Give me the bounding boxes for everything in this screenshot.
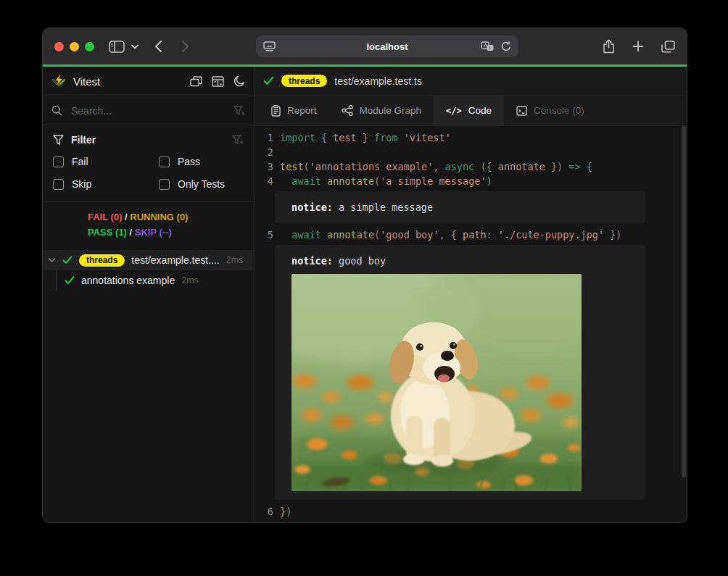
panels-icon[interactable] bbox=[190, 76, 202, 87]
chevron-down-icon[interactable] bbox=[131, 44, 138, 49]
module-graph-icon bbox=[342, 105, 353, 116]
zoom-window-button[interactable] bbox=[85, 42, 94, 51]
translate-icon[interactable]: A x bbox=[481, 41, 494, 51]
pass-count: PASS (1) bbox=[88, 227, 127, 238]
code-line: 3test('annotations example', async ({ an… bbox=[255, 159, 687, 174]
pass-check-icon bbox=[65, 276, 75, 285]
tree-guide-line bbox=[56, 270, 57, 291]
sidebar-toggle-icon[interactable] bbox=[109, 41, 125, 53]
filter-checkbox-fail[interactable]: Fail bbox=[53, 156, 159, 167]
new-tab-icon[interactable] bbox=[632, 41, 644, 52]
test-case-row[interactable]: annotations example 2ms bbox=[43, 270, 254, 291]
moon-icon[interactable] bbox=[233, 75, 245, 87]
test-file-row[interactable]: threads test/example.test.... 2ms bbox=[43, 250, 254, 270]
svg-text:A: A bbox=[484, 42, 487, 49]
traffic-lights bbox=[54, 42, 94, 51]
tab-module-graph[interactable]: Module Graph bbox=[329, 96, 434, 125]
fail-count: FAIL (0) bbox=[88, 212, 122, 222]
browser-toolbar: localhost A x bbox=[43, 28, 687, 64]
pool-badge: threads bbox=[281, 75, 327, 87]
code-line: 5 await annotate('good boy', { path: './… bbox=[255, 228, 687, 242]
annotation-notice: notice: a simple message bbox=[275, 191, 645, 223]
tab-code[interactable]: </> Code bbox=[434, 96, 504, 125]
code-line: 7 bbox=[255, 519, 687, 523]
report-icon bbox=[271, 105, 281, 117]
notice-message: good boy bbox=[333, 255, 386, 267]
tab-overview-icon[interactable] bbox=[661, 41, 675, 53]
line-number: 7 bbox=[255, 519, 280, 523]
line-number: 6 bbox=[255, 504, 280, 519]
code-icon: </> bbox=[446, 106, 462, 116]
dashboard-icon[interactable] bbox=[212, 76, 224, 87]
line-number: 5 bbox=[255, 228, 280, 242]
open-file-name: test/example.test.ts bbox=[334, 75, 422, 87]
tab-console[interactable]: Console (0) bbox=[504, 96, 597, 125]
filter-checkbox-pass[interactable]: Pass bbox=[159, 156, 244, 167]
filter-checkbox-skip[interactable]: Skip bbox=[53, 178, 159, 190]
share-icon[interactable] bbox=[603, 39, 615, 54]
clear-filter-icon[interactable] bbox=[232, 135, 244, 145]
test-tree: threads test/example.test.... 2ms annota… bbox=[43, 250, 254, 291]
skip-count: SKIP (--) bbox=[135, 227, 172, 238]
tab-report[interactable]: Report bbox=[259, 96, 329, 125]
view-tabs: Report Module Graph </> Code bbox=[255, 96, 687, 126]
notice-label: notice: bbox=[291, 255, 333, 267]
notice-message: a simple message bbox=[333, 201, 433, 213]
test-summary: FAIL (0) / RUNNING (0) PASS (1) / SKIP (… bbox=[43, 202, 254, 247]
pass-check-icon bbox=[62, 256, 73, 264]
address-bar[interactable]: localhost A x bbox=[256, 36, 518, 57]
search-icon bbox=[51, 105, 62, 116]
code-line: 2 bbox=[255, 145, 687, 159]
file-header: threads test/example.test.ts bbox=[255, 67, 687, 96]
test-duration: 2ms bbox=[226, 255, 244, 265]
reload-icon[interactable] bbox=[501, 41, 511, 52]
code-line: 6}) bbox=[255, 504, 687, 519]
test-case-name: annotations example bbox=[81, 275, 175, 286]
chevron-down-icon[interactable] bbox=[48, 257, 56, 263]
checkbox-icon bbox=[159, 156, 170, 167]
app-title: Vitest bbox=[73, 75, 100, 88]
checkbox-icon bbox=[159, 179, 170, 190]
annotation-notice: notice: good boy bbox=[275, 245, 645, 500]
editor-scrollbar[interactable] bbox=[682, 126, 686, 477]
minimize-window-button[interactable] bbox=[70, 42, 79, 51]
vitest-logo-icon bbox=[51, 74, 66, 88]
filter-checkbox-only-tests[interactable]: Only Tests bbox=[159, 178, 244, 190]
sidebar: Vitest bbox=[43, 67, 255, 523]
test-duration: 2ms bbox=[181, 275, 199, 285]
checkbox-icon bbox=[53, 156, 64, 167]
code-line: 4 await annotate('a simple message') bbox=[255, 174, 687, 188]
search-input[interactable] bbox=[70, 104, 226, 117]
close-window-button[interactable] bbox=[54, 42, 64, 51]
browser-window: localhost A x bbox=[42, 28, 687, 523]
line-number: 3 bbox=[255, 159, 280, 174]
code-line: 1import { test } from 'vitest' bbox=[255, 130, 687, 145]
back-icon[interactable] bbox=[154, 40, 162, 53]
console-icon bbox=[516, 106, 527, 116]
forward-icon[interactable] bbox=[181, 40, 189, 53]
cute-puppy-image bbox=[291, 274, 582, 491]
pool-badge: threads bbox=[79, 254, 125, 267]
pass-check-icon bbox=[263, 76, 274, 85]
checkbox-icon bbox=[53, 179, 64, 190]
editor-content: 1import { test } from 'vitest'23test('an… bbox=[255, 130, 687, 523]
running-count: RUNNING (0) bbox=[130, 212, 188, 222]
main-panel: threads test/example.test.ts Report bbox=[255, 67, 687, 523]
code-editor[interactable]: 1import { test } from 'vitest'23test('an… bbox=[255, 126, 687, 523]
test-file-name: test/example.test.... bbox=[131, 254, 219, 266]
notice-label: notice: bbox=[291, 201, 333, 213]
funnel-icon bbox=[53, 135, 64, 145]
line-number: 4 bbox=[255, 174, 280, 188]
clear-search-filter-icon[interactable] bbox=[233, 106, 245, 116]
url-text: localhost bbox=[256, 41, 518, 52]
line-number: 2 bbox=[255, 145, 280, 159]
filter-title: Filter bbox=[71, 134, 96, 146]
line-number: 1 bbox=[255, 130, 280, 145]
filter-section: Filter Fail Pass Skip Only Tests bbox=[43, 125, 254, 202]
